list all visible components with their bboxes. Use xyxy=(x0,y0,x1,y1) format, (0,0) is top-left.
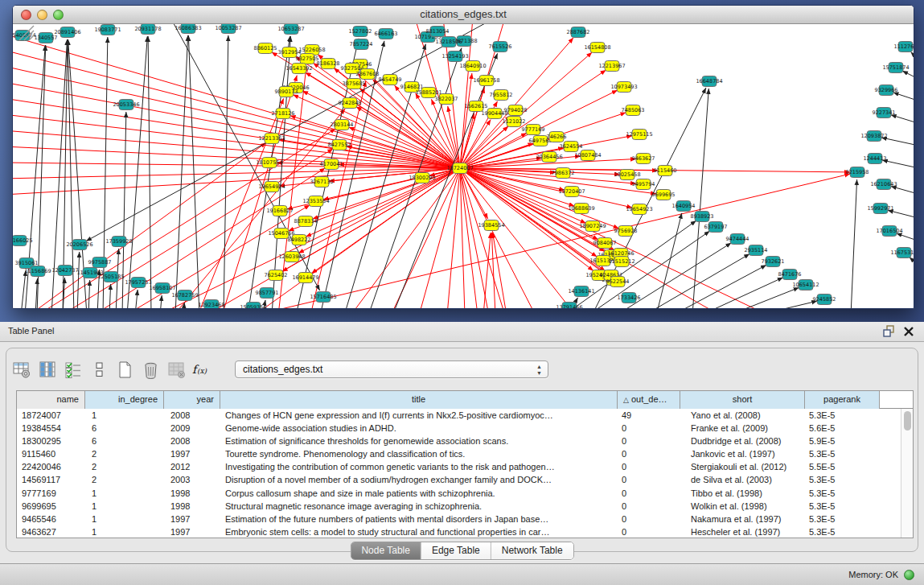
close-panel-icon[interactable] xyxy=(903,326,914,337)
network-node[interactable]: 13791466 xyxy=(556,303,582,309)
network-node[interactable]: 8878334 xyxy=(294,216,318,227)
network-node[interactable]: 9756928 xyxy=(614,226,638,237)
network-node[interactable]: 12093872 xyxy=(860,131,887,142)
network-node[interactable]: 18640910 xyxy=(459,61,486,72)
network-node[interactable]: 7955812 xyxy=(490,90,513,101)
network-node[interactable]: 1733426 xyxy=(618,293,641,303)
network-node[interactable]: 14136141 xyxy=(568,286,594,297)
column-header-in_degree[interactable]: in_degree xyxy=(85,391,164,409)
network-node[interactable]: 8498222 xyxy=(288,235,311,245)
select-all-icon[interactable] xyxy=(63,359,84,380)
network-node[interactable]: 9327505 xyxy=(296,54,319,64)
network-node[interactable]: 13254193 xyxy=(441,51,468,62)
network-node[interactable]: 1121022 xyxy=(503,117,526,127)
row-options-icon[interactable] xyxy=(88,359,109,380)
table-row[interactable]: 946362711997Embryonic stem cells: a mode… xyxy=(17,525,901,538)
network-node[interactable]: 9245852 xyxy=(813,295,836,305)
network-node[interactable]: 1112766 xyxy=(894,42,914,52)
network-node[interactable]: 18300295 xyxy=(409,173,435,183)
network-node[interactable]: 9699695 xyxy=(652,190,676,200)
network-node[interactable]: 9495794 xyxy=(632,179,655,190)
network-node[interactable]: 20931178 xyxy=(134,24,161,35)
table-scrollbar[interactable] xyxy=(901,409,913,538)
table-row[interactable]: 911546021997Tourette syndrome. Phenomeno… xyxy=(17,447,901,460)
network-node[interactable]: 2718126 xyxy=(272,109,295,119)
table-row[interactable]: 1872400712008Changes of HCN gene express… xyxy=(17,409,901,422)
network-node[interactable]: 4170041 xyxy=(320,159,343,170)
network-node[interactable]: 9227341 xyxy=(873,108,896,118)
column-header-pagerank[interactable]: pagerank xyxy=(805,391,880,409)
network-node[interactable]: 16086383 xyxy=(175,24,201,34)
table-options-icon[interactable] xyxy=(11,359,32,380)
table-row[interactable]: 977716911998Corpus callosum shape and si… xyxy=(17,487,901,500)
network-node[interactable]: 7625402 xyxy=(265,270,288,281)
network-node[interactable]: 8860125 xyxy=(254,43,277,54)
network-node[interactable]: 10807484 xyxy=(574,150,601,161)
network-node[interactable]: 6379197 xyxy=(704,222,728,233)
network-node[interactable]: 8454749 xyxy=(379,75,402,85)
network-node[interactable]: 9474444 xyxy=(726,234,749,245)
network-node[interactable]: 2935114 xyxy=(745,245,768,256)
network-node[interactable]: 15992971 xyxy=(867,204,893,214)
network-node[interactable]: 20364456 xyxy=(536,152,562,163)
network-node[interactable]: 15751874 xyxy=(882,63,909,73)
network-node[interactable]: 19083771 xyxy=(94,25,121,35)
network-node[interactable]: 17359928 xyxy=(105,237,132,247)
network-node[interactable]: 12975115 xyxy=(626,130,652,140)
table-row[interactable]: 946554611997Estimation of the future num… xyxy=(17,513,901,525)
delete-table-icon[interactable] xyxy=(166,359,187,380)
network-node[interactable]: 12213967 xyxy=(598,61,625,72)
network-node[interactable]: 16648784 xyxy=(696,76,722,87)
network-node[interactable]: 9463627 xyxy=(632,154,655,164)
column-header-out_de[interactable]: △out_de… xyxy=(618,391,680,409)
network-node[interactable]: 12042737 xyxy=(51,266,78,276)
network-node[interactable]: 7857224 xyxy=(350,39,373,50)
network-node[interactable]: 7615526 xyxy=(489,42,512,52)
network-node[interactable]: 20053346 xyxy=(113,100,139,110)
network-node[interactable]: 11156869 xyxy=(24,266,51,277)
network-node[interactable]: 10688639 xyxy=(568,204,594,214)
network-node[interactable]: 11675310 xyxy=(890,248,914,258)
network-node[interactable]: 3875685 xyxy=(343,79,366,89)
network-node[interactable]: 16543392 xyxy=(285,64,312,74)
table-row[interactable]: 2242004622012Investigating the contribut… xyxy=(17,460,901,473)
network-node[interactable]: 9857791 xyxy=(256,288,279,299)
network-node[interactable]: 3822037 xyxy=(435,94,458,105)
float-window-icon[interactable] xyxy=(883,325,895,337)
column-header-title[interactable]: title xyxy=(220,391,618,409)
table-selector-dropdown[interactable]: citations_edges.txt ▲▼ xyxy=(235,360,548,378)
network-node[interactable]: 20206526 xyxy=(66,240,92,250)
network-node[interactable]: 8938923 xyxy=(691,212,714,222)
table-scrollbar-thumb[interactable] xyxy=(904,411,911,431)
network-node[interactable]: 16961758 xyxy=(473,76,499,86)
network-canvas[interactable]: 1540557413405572089140619083771209311781… xyxy=(13,24,914,308)
network-node[interactable]: 9329966 xyxy=(875,85,898,96)
network-node[interactable]: 10973493 xyxy=(610,82,637,93)
network-node[interactable]: 16154808 xyxy=(584,43,610,53)
network-node[interactable]: 9975887 xyxy=(88,257,112,268)
network-node[interactable]: 7485063 xyxy=(622,105,645,116)
network-node[interactable]: 746266 xyxy=(547,132,567,142)
column-header-short[interactable]: short xyxy=(680,391,805,409)
tab-edge-table[interactable]: Edge Table xyxy=(421,542,491,559)
close-button[interactable] xyxy=(21,10,31,20)
function-builder-icon[interactable]: f(x) xyxy=(191,359,212,380)
network-node[interactable]: 7932621 xyxy=(762,257,785,267)
network-node[interactable]: 2887682 xyxy=(567,27,590,38)
table-row[interactable]: 969969511998Structural magnetic resonanc… xyxy=(17,500,901,513)
network-node[interactable]: 20891406 xyxy=(54,27,80,38)
network-node[interactable]: 18907249 xyxy=(579,221,606,232)
network-node[interactable]: 8215958 xyxy=(846,167,869,178)
network-node[interactable]: 8186328 xyxy=(317,59,340,69)
table-row[interactable]: 1830029562008Estimation of significance … xyxy=(17,435,901,447)
resize-grip-icon[interactable] xyxy=(13,24,37,42)
delete-column-icon[interactable] xyxy=(140,359,161,380)
tab-network-table[interactable]: Network Table xyxy=(491,542,573,559)
network-node[interactable]: 1527802 xyxy=(349,27,372,37)
network-node[interactable]: 19654924 xyxy=(258,182,285,192)
minimize-button[interactable] xyxy=(37,10,47,20)
network-node[interactable]: 6466163 xyxy=(375,29,398,39)
network-node[interactable]: 10653287 xyxy=(277,24,304,35)
network-node[interactable]: 12923468 xyxy=(198,300,224,309)
network-node[interactable]: 19654923 xyxy=(626,204,652,215)
